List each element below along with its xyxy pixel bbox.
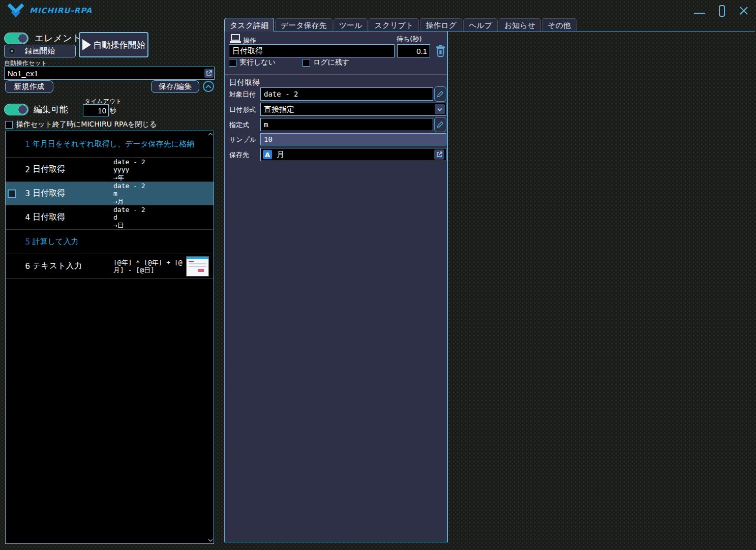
date-format-value: 直接指定	[264, 105, 294, 114]
task-detail: date - 2d→日	[113, 205, 145, 229]
text-type-icon: A	[263, 150, 272, 159]
chevron-up-icon	[205, 84, 211, 88]
app-title: MICHIRU-RPA	[29, 6, 92, 15]
edit-expression-button[interactable]	[434, 117, 446, 132]
toggle-knob	[18, 34, 27, 43]
task-row-6[interactable]: 6 テキスト入力 [@年] * [@年] + [@月] - [@日]	[6, 254, 214, 279]
edit-target-date-button[interactable]	[434, 86, 446, 102]
minimize-icon[interactable]	[694, 13, 705, 14]
keep-log-checkbox[interactable]	[303, 59, 310, 67]
section-title: 日付取得	[229, 78, 260, 87]
close-on-finish-row: 操作セット終了時にMICHIRU RPAを閉じる	[5, 120, 157, 129]
trash-icon	[435, 45, 446, 57]
tab-operation-log[interactable]: 操作ログ	[420, 18, 462, 31]
app-logo: MICHIRU-RPA	[7, 3, 92, 18]
task-detail: [@年] * [@年] + [@月] - [@日]	[113, 258, 183, 274]
maximize-icon[interactable]	[719, 5, 725, 17]
select-chevron[interactable]	[435, 104, 445, 114]
window-controls	[694, 4, 749, 17]
open-destination-button[interactable]	[434, 149, 444, 160]
task-detail: date - 2m→月	[113, 181, 145, 205]
task-row-3-selected[interactable]: 3 日付取得 date - 2m→月	[6, 182, 214, 205]
tab-news[interactable]: お知らせ	[499, 18, 541, 31]
toggle-knob	[18, 105, 27, 114]
close-on-finish-checkbox[interactable]	[5, 121, 13, 129]
expression-input[interactable]	[260, 118, 433, 131]
play-icon	[82, 39, 91, 50]
close-icon[interactable]	[739, 6, 749, 16]
expression-label: 指定式	[229, 120, 249, 130]
element-toggle-label: エレメント	[35, 32, 81, 44]
task-detail-panel: 操作 待ち(秒) 実行しない ログに残す 日付取得 対象日付 日付形式 直接指定…	[224, 32, 448, 542]
task-number: 1	[22, 140, 30, 149]
scroll-up-icon[interactable]	[208, 132, 213, 136]
task-title: 日付取得	[33, 164, 65, 175]
destination-label: 保存先	[229, 150, 249, 160]
record-button-label: 録画開始	[25, 46, 55, 56]
autoset-input[interactable]	[4, 67, 215, 80]
task-number: 3	[22, 189, 30, 198]
no-exec-checkbox[interactable]	[229, 59, 236, 67]
target-date-label: 対象日付	[229, 90, 256, 99]
task-selected-checkbox[interactable]	[8, 189, 16, 198]
task-title: テキスト入力	[33, 261, 82, 271]
scroll-down-icon[interactable]	[208, 538, 213, 542]
sample-value: 10	[264, 135, 273, 143]
no-exec-label: 実行しない	[239, 58, 276, 67]
autostart-button[interactable]: 自動操作開始	[79, 32, 148, 57]
element-toggle-row: エレメント	[4, 32, 81, 44]
task-list: 1 年月日をそれぞれ取得し、データ保存先に格納 2 日付取得 date - 2y…	[5, 131, 214, 544]
destination-field[interactable]: A 月	[260, 148, 446, 161]
save-edit-button-label: 保存/編集	[159, 82, 192, 91]
save-edit-button[interactable]: 保存/編集	[151, 80, 199, 93]
no-exec-row: 実行しない	[229, 58, 276, 67]
tab-tools[interactable]: ツール	[334, 18, 368, 31]
tab-task-detail[interactable]: タスク詳細	[224, 18, 274, 32]
task-title: 年月日をそれぞれ取得し、データ保存先に格納	[33, 139, 194, 149]
task-row-1[interactable]: 1 年月日をそれぞれ取得し、データ保存先に格納	[6, 131, 214, 158]
task-row-2[interactable]: 2 日付取得 date - 2yyyy→年	[6, 158, 214, 182]
task-number: 6	[22, 262, 30, 271]
record-radio-icon	[8, 47, 16, 55]
destination-value: 月	[277, 150, 284, 160]
open-set-button[interactable]	[204, 69, 214, 78]
task-number: 5	[22, 237, 30, 247]
element-toggle[interactable]	[4, 33, 28, 44]
task-row-5[interactable]: 5 計算して入力	[6, 230, 214, 254]
record-button[interactable]: 録画開始	[4, 45, 76, 57]
tab-data-destination[interactable]: データ保存先	[275, 18, 332, 31]
pencil-icon	[437, 90, 444, 98]
external-link-icon	[206, 70, 212, 76]
collapse-button[interactable]	[203, 81, 214, 92]
editable-toggle[interactable]	[4, 104, 28, 115]
task-detail: date - 2yyyy→年	[113, 158, 145, 181]
sample-label: サンプル	[229, 135, 256, 144]
editable-toggle-row: 編集可能	[4, 104, 68, 115]
close-on-finish-label: 操作セット終了時にMICHIRU RPAを閉じる	[16, 120, 157, 129]
operation-input[interactable]	[229, 44, 395, 57]
tab-help[interactable]: ヘルプ	[463, 18, 498, 31]
tab-script[interactable]: スクリプト	[369, 18, 419, 31]
date-format-select[interactable]: 直接指定	[260, 103, 446, 116]
section-divider	[225, 74, 447, 75]
target-date-input[interactable]	[260, 87, 433, 101]
michiru-logo-icon	[7, 3, 25, 18]
pencil-icon	[437, 121, 444, 128]
date-format-label: 日付形式	[229, 105, 256, 114]
tab-bar: タスク詳細 データ保存先 ツール スクリプト 操作ログ ヘルプ お知らせ その他	[224, 18, 755, 32]
sample-value-field: 10	[260, 133, 446, 145]
autostart-button-label: 自動操作開始	[94, 39, 145, 51]
external-link-icon	[436, 151, 442, 158]
task-thumbnail-image	[186, 256, 209, 277]
task-number: 2	[22, 165, 30, 174]
delete-task-button[interactable]	[434, 44, 446, 58]
timeout-input[interactable]	[83, 104, 109, 116]
new-button[interactable]: 新規作成	[5, 80, 53, 93]
task-row-4[interactable]: 4 日付取得 date - 2d→日	[6, 205, 214, 230]
timeout-unit: 秒	[110, 106, 116, 115]
computer-icon	[229, 34, 241, 44]
task-title: 計算して入力	[33, 237, 79, 247]
task-title: 日付取得	[33, 188, 65, 199]
wait-seconds-input[interactable]	[397, 44, 430, 57]
tab-other[interactable]: その他	[542, 18, 577, 31]
